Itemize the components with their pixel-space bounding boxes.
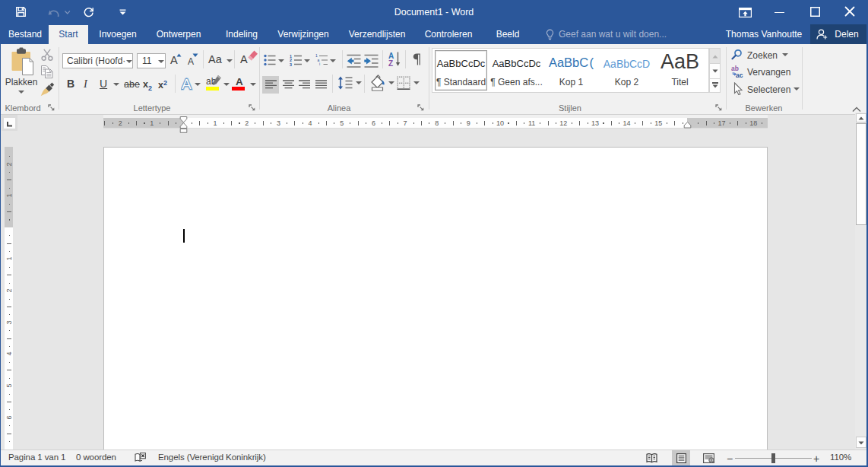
svg-text:i: i (319, 62, 320, 66)
svg-text:A: A (182, 76, 192, 91)
svg-text:3: 3 (290, 62, 292, 66)
svg-text:ac: ac (736, 71, 743, 79)
svg-text:Z: Z (388, 59, 393, 67)
